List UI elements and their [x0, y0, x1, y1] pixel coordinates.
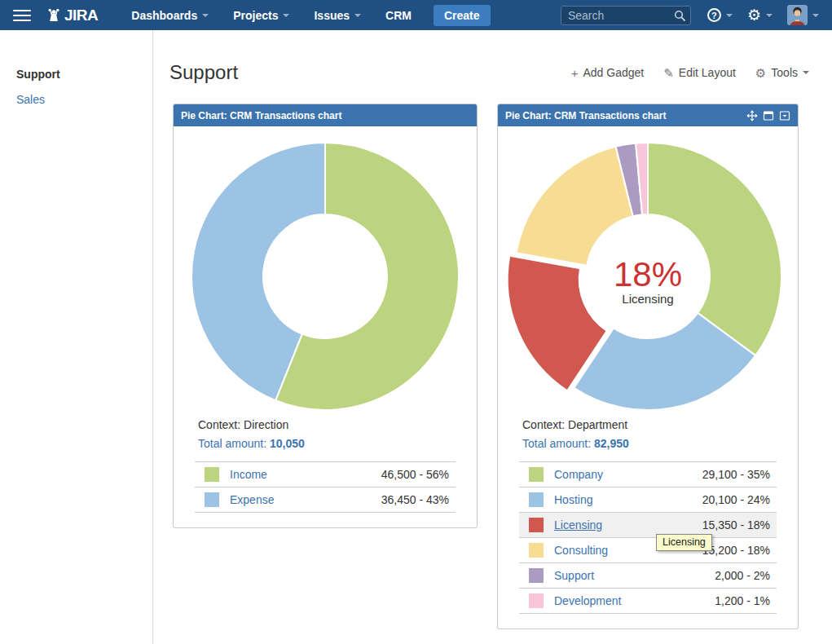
- gear-icon: ⚙: [747, 7, 761, 23]
- jira-logo[interactable]: JIRA: [46, 7, 98, 24]
- chart-total: Total amount: 82,950: [522, 437, 773, 450]
- legend-row-income[interactable]: Income46,500 - 56%: [195, 461, 456, 487]
- chevron-down-icon: [803, 71, 809, 74]
- legend-label-link[interactable]: Income: [230, 468, 381, 481]
- nav-item-projects[interactable]: Projects: [233, 9, 289, 22]
- chart-legend: Income46,500 - 56%Expense36,450 - 43%: [195, 461, 456, 513]
- chevron-down-icon: [283, 14, 289, 17]
- legend-label-link[interactable]: Support: [554, 569, 715, 582]
- chevron-down-icon: [202, 14, 209, 17]
- legend-swatch: [529, 492, 544, 507]
- legend-swatch: [205, 467, 219, 482]
- nav-item-dashboards[interactable]: Dashboards: [131, 9, 209, 22]
- legend-value: 15,350 - 18%: [702, 518, 770, 532]
- dashboard-actions: +Add Gadget✎Edit Layout⚙Tools: [552, 66, 809, 79]
- user-profile-menu[interactable]: [787, 5, 819, 25]
- gadget-pie-chart-department: Pie Chart: CRM Transactions chart: [497, 104, 799, 629]
- main-nav-menu: DashboardsProjectsIssuesCRM: [119, 9, 424, 22]
- pie-slice-company[interactable]: [648, 143, 781, 355]
- legend-swatch: [529, 467, 544, 482]
- legend-row-support[interactable]: Support2,000 - 2%: [519, 562, 777, 588]
- gadget-pie-chart-direction: Pie Chart: CRM Transactions chart Contex…: [173, 104, 478, 528]
- top-navbar: JIRA DashboardsProjectsIssuesCRM Create …: [0, 0, 832, 30]
- legend-value: 2,000 - 2%: [715, 569, 770, 582]
- user-avatar: [787, 5, 808, 25]
- total-label: Total amount:: [522, 437, 591, 450]
- help-icon: ?: [707, 8, 721, 22]
- page-title: Support: [169, 61, 238, 84]
- legend-label-link[interactable]: Licensing: [554, 518, 702, 532]
- add-gadget-button[interactable]: +Add Gadget: [571, 66, 645, 79]
- center-percent-label: 18%: [614, 255, 682, 293]
- legend-label-link[interactable]: Company: [554, 468, 702, 481]
- search-box: [561, 6, 691, 25]
- dashboard-main: Support +Add Gadget✎Edit Layout⚙Tools Pi…: [153, 30, 832, 644]
- logo-text: JIRA: [64, 7, 98, 24]
- gadget-row: Pie Chart: CRM Transactions chart Contex…: [169, 104, 809, 629]
- pencil-icon: ✎: [663, 67, 674, 79]
- donut-chart-department: 18%Licensing: [498, 139, 798, 413]
- nav-item-issues[interactable]: Issues: [314, 9, 361, 22]
- app-switcher-icon[interactable]: [13, 7, 31, 24]
- admin-settings-menu[interactable]: ⚙: [747, 7, 773, 23]
- center-segment-label: Licensing: [622, 292, 673, 306]
- legend-row-development[interactable]: Development1,200 - 1%: [519, 588, 777, 614]
- legend-value: 1,200 - 1%: [715, 594, 770, 607]
- legend-value: 36,450 - 43%: [381, 493, 449, 506]
- legend-label-link[interactable]: Expense: [230, 493, 381, 506]
- legend-value: 20,100 - 24%: [702, 493, 770, 506]
- total-label: Total amount:: [198, 437, 266, 450]
- tools-button[interactable]: ⚙Tools: [755, 66, 809, 79]
- legend-row-company[interactable]: Company29,100 - 35%: [519, 461, 777, 487]
- legend-swatch: [529, 518, 544, 532]
- chevron-down-icon: [354, 14, 361, 17]
- search-input[interactable]: [561, 6, 691, 25]
- search-icon[interactable]: [674, 10, 685, 21]
- move-gadget-icon[interactable]: [746, 110, 758, 121]
- gadget-header[interactable]: Pie Chart: CRM Transactions chart: [174, 104, 477, 126]
- legend-row-expense[interactable]: Expense36,450 - 43%: [195, 487, 456, 513]
- chart-total: Total amount: 10,050: [198, 437, 452, 450]
- sidebar-item-sales[interactable]: Sales: [16, 93, 152, 106]
- chevron-down-icon: [726, 14, 733, 17]
- legend-swatch: [529, 543, 544, 558]
- navbar-right: ? ⚙: [561, 5, 822, 25]
- legend-value: 46,500 - 56%: [381, 468, 449, 481]
- dashboard-sidebar: Support Sales: [0, 30, 153, 644]
- legend-row-licensing[interactable]: Licensing15,350 - 18%: [519, 512, 777, 537]
- chevron-down-icon: [812, 14, 819, 17]
- gadget-title: Pie Chart: CRM Transactions chart: [181, 110, 341, 121]
- gadget-header[interactable]: Pie Chart: CRM Transactions chart: [498, 104, 798, 126]
- create-button[interactable]: Create: [434, 5, 491, 26]
- chart-context: Context: Direction: [198, 418, 452, 431]
- total-value: 82,950: [594, 437, 629, 450]
- plus-icon: +: [571, 67, 579, 79]
- legend-swatch: [205, 492, 219, 507]
- maximize-gadget-icon[interactable]: [763, 110, 774, 121]
- donut-chart-direction: [174, 139, 477, 413]
- legend-value: 15,200 - 18%: [702, 544, 770, 557]
- help-menu[interactable]: ?: [707, 8, 733, 22]
- pie-slice-consulting[interactable]: [517, 147, 633, 266]
- legend-row-hosting[interactable]: Hosting20,100 - 24%: [519, 487, 777, 512]
- legend-label-link[interactable]: Development: [554, 594, 715, 607]
- legend-row-consulting[interactable]: Consulting15,200 - 18%: [519, 537, 777, 562]
- nav-item-crm[interactable]: CRM: [385, 9, 412, 22]
- legend-label-link[interactable]: Hosting: [554, 493, 702, 506]
- slice-tooltip: Licensing: [656, 534, 712, 551]
- legend-swatch: [529, 568, 544, 583]
- legend-value: 29,100 - 35%: [702, 468, 770, 481]
- chart-context: Context: Department: [522, 418, 773, 431]
- jira-mark-icon: [46, 7, 62, 24]
- sidebar-item-support[interactable]: Support: [16, 68, 152, 81]
- gear-icon: ⚙: [755, 67, 766, 79]
- legend-swatch: [529, 593, 544, 608]
- chevron-down-icon: [766, 14, 773, 17]
- tooltip-text: Licensing: [663, 536, 706, 548]
- chart-legend: Company29,100 - 35%Hosting20,100 - 24%Li…: [519, 461, 777, 614]
- edit-layout-button[interactable]: ✎Edit Layout: [663, 66, 736, 79]
- total-value: 10,050: [270, 437, 305, 450]
- gadget-title: Pie Chart: CRM Transactions chart: [505, 110, 666, 121]
- gadget-menu-dropdown-icon[interactable]: [779, 110, 790, 121]
